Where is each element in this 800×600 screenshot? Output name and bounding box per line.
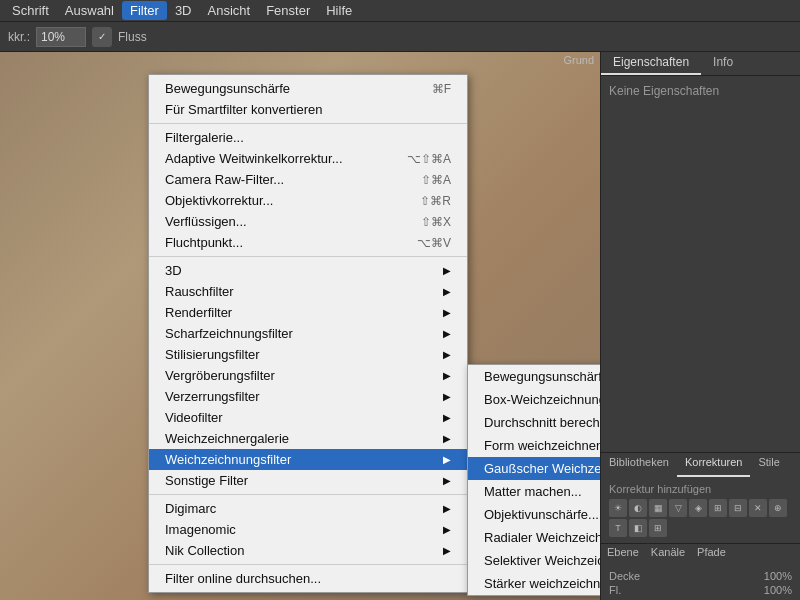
panel-section-korrekturen: Bibliotheken Korrekturen Stile Korrektur… bbox=[601, 452, 800, 543]
filter-menu-objektivkorrektur[interactable]: Objektivkorrektur... ⇧⌘R bbox=[149, 190, 467, 211]
corr-icon-11[interactable]: ◧ bbox=[629, 519, 647, 537]
panel-tabs: Eigenschaften Info bbox=[601, 52, 800, 76]
filter-menu-section-2: Filtergalerie... Adaptive Weitwinkelkorr… bbox=[149, 124, 467, 257]
filter-menu-3d[interactable]: 3D ▶ bbox=[149, 260, 467, 281]
submenu-box-weichzeichnung[interactable]: Box-Weichzeichnung... bbox=[468, 388, 600, 411]
filter-menu-nik-collection[interactable]: Nik Collection ▶ bbox=[149, 540, 467, 561]
corr-icon-8[interactable]: ✕ bbox=[749, 499, 767, 517]
tab-ebene[interactable]: Ebene bbox=[601, 544, 645, 566]
submenu-durchschnitt[interactable]: Durchschnitt berechnen bbox=[468, 411, 600, 434]
options-value-input[interactable] bbox=[36, 27, 86, 47]
submenu-form-weichzeichnen[interactable]: Form weichzeichnen... bbox=[468, 434, 600, 457]
corr-icon-7[interactable]: ⊟ bbox=[729, 499, 747, 517]
filter-menu-verzerrungsfilter[interactable]: Verzerrungsfilter ▶ bbox=[149, 386, 467, 407]
filter-menu-weichzeichnergalerie[interactable]: Weichzeichnergalerie ▶ bbox=[149, 428, 467, 449]
filter-menu-stilisierungsfilter[interactable]: Stilisierungsfilter ▶ bbox=[149, 344, 467, 365]
menu-auswahl[interactable]: Auswahl bbox=[57, 1, 122, 20]
submenu-radialer[interactable]: Radialer Weichzeichner... bbox=[468, 526, 600, 549]
submenu-staerker[interactable]: Stärker weichzeichnen bbox=[468, 572, 600, 595]
menu-schrift[interactable]: Schrift bbox=[4, 1, 57, 20]
filter-menu-verfluessigen[interactable]: Verflüssigen... ⇧⌘X bbox=[149, 211, 467, 232]
filter-menu-bewegungsunschaerfe[interactable]: Bewegungsunschärfe ⌘F bbox=[149, 78, 467, 99]
tab-stile[interactable]: Stile bbox=[750, 453, 787, 477]
menu-bar: Schrift Auswahl Filter 3D Ansicht Fenste… bbox=[0, 0, 800, 22]
bottom-panels: Ebene Kanäle Pfade Decke 100% Fl. 100% bbox=[601, 543, 800, 600]
corr-icon-5[interactable]: ◈ bbox=[689, 499, 707, 517]
opacity-value: 100% bbox=[764, 570, 792, 582]
filter-menu-vergroeberungsfilter[interactable]: Vergröberungsfilter ▶ bbox=[149, 365, 467, 386]
menu-ansicht[interactable]: Ansicht bbox=[200, 1, 259, 20]
main-area: Bewegungsunschärfe ⌘F Für Smartfilter ko… bbox=[0, 52, 800, 600]
options-fluss-label: Fluss bbox=[118, 30, 147, 44]
menu-filter[interactable]: Filter bbox=[122, 1, 167, 20]
filter-menu-filtergalerie[interactable]: Filtergalerie... bbox=[149, 127, 467, 148]
filter-menu-section-5: Filter online durchsuchen... bbox=[149, 565, 467, 592]
filter-menu-videofilter[interactable]: Videofilter ▶ bbox=[149, 407, 467, 428]
correction-section-content: Korrektur hinzufügen ☀ ◐ ▦ ▽ ◈ ⊞ ⊟ ✕ ⊕ T… bbox=[601, 477, 800, 543]
submenu-matter-machen[interactable]: Matter machen... bbox=[468, 480, 600, 503]
submenu-selektiver[interactable]: Selektiver Weichzeichner... bbox=[468, 549, 600, 572]
fill-value: 100% bbox=[764, 584, 792, 596]
right-panel: Eigenschaften Info Keine Eigenschaften B… bbox=[600, 52, 800, 600]
filter-menu-rauschfilter[interactable]: Rauschfilter ▶ bbox=[149, 281, 467, 302]
options-kkr-label: kkr.: bbox=[8, 30, 30, 44]
filter-menu-smartfilter[interactable]: Für Smartfilter konvertieren bbox=[149, 99, 467, 120]
panel-no-properties: Keine Eigenschaften bbox=[601, 76, 800, 106]
filter-menu-weichzeichnungsfilter[interactable]: Weichzeichnungsfilter ▶ bbox=[149, 449, 467, 470]
tab-info[interactable]: Info bbox=[701, 52, 745, 75]
corr-icon-6[interactable]: ⊞ bbox=[709, 499, 727, 517]
tab-pfade[interactable]: Pfade bbox=[691, 544, 732, 566]
opacity-label: Decke bbox=[609, 570, 640, 582]
filter-menu-imagenomic[interactable]: Imagenomic ▶ bbox=[149, 519, 467, 540]
corr-icon-4[interactable]: ▽ bbox=[669, 499, 687, 517]
menu-3d[interactable]: 3D bbox=[167, 1, 200, 20]
canvas-area: Bewegungsunschärfe ⌘F Für Smartfilter ko… bbox=[0, 52, 600, 600]
filter-menu-section-1: Bewegungsunschärfe ⌘F Für Smartfilter ko… bbox=[149, 75, 467, 124]
filter-menu-section-3: 3D ▶ Rauschfilter ▶ Renderfilter ▶ Schar… bbox=[149, 257, 467, 495]
filter-menu-cameraraw[interactable]: Camera Raw-Filter... ⇧⌘A bbox=[149, 169, 467, 190]
filter-menu-digimarc[interactable]: Digimarc ▶ bbox=[149, 498, 467, 519]
section-tabs: Bibliotheken Korrekturen Stile bbox=[601, 453, 800, 477]
menu-fenster[interactable]: Fenster bbox=[258, 1, 318, 20]
filter-menu-fluchtpunkt[interactable]: Fluchtpunkt... ⌥⌘V bbox=[149, 232, 467, 253]
fill-label: Fl. bbox=[609, 584, 621, 596]
menu-hilfe[interactable]: Hilfe bbox=[318, 1, 360, 20]
filter-menu-scharfzeichnungsfilter[interactable]: Scharfzeichnungsfilter ▶ bbox=[149, 323, 467, 344]
corr-icon-2[interactable]: ◐ bbox=[629, 499, 647, 517]
tab-kanaele[interactable]: Kanäle bbox=[645, 544, 691, 566]
weichzeichnungsfilter-submenu[interactable]: Bewegungsunschärfe... Box-Weichzeichnung… bbox=[467, 364, 600, 596]
correction-icons: ☀ ◐ ▦ ▽ ◈ ⊞ ⊟ ✕ ⊕ bbox=[609, 499, 792, 517]
submenu-objektivunschaerfe[interactable]: Objektivunschärfe... bbox=[468, 503, 600, 526]
correction-hinzufuegen-label: Korrektur hinzufügen bbox=[609, 483, 792, 495]
filter-menu[interactable]: Bewegungsunschärfe ⌘F Für Smartfilter ko… bbox=[148, 74, 468, 593]
corr-icon-12[interactable]: ⊞ bbox=[649, 519, 667, 537]
corr-icon-10[interactable]: T bbox=[609, 519, 627, 537]
top-right-grund-label: Grund bbox=[557, 52, 600, 68]
filter-menu-section-4: Digimarc ▶ Imagenomic ▶ Nik Collection ▶ bbox=[149, 495, 467, 565]
filter-menu-sonstige[interactable]: Sonstige Filter ▶ bbox=[149, 470, 467, 491]
filter-menu-adaptive[interactable]: Adaptive Weitwinkelkorrektur... ⌥⇧⌘A bbox=[149, 148, 467, 169]
filter-menu-renderfilter[interactable]: Renderfilter ▶ bbox=[149, 302, 467, 323]
filter-menu-online[interactable]: Filter online durchsuchen... bbox=[149, 568, 467, 589]
options-bar: kkr.: ✓ Fluss bbox=[0, 22, 800, 52]
submenu-bewegungsunschaerfe[interactable]: Bewegungsunschärfe... bbox=[468, 365, 600, 388]
tab-eigenschaften[interactable]: Eigenschaften bbox=[601, 52, 701, 75]
corr-icon-1[interactable]: ☀ bbox=[609, 499, 627, 517]
corr-icon-3[interactable]: ▦ bbox=[649, 499, 667, 517]
bottom-panel-content: Decke 100% Fl. 100% bbox=[601, 566, 800, 600]
corr-icon-9[interactable]: ⊕ bbox=[769, 499, 787, 517]
tab-korrekturen[interactable]: Korrekturen bbox=[677, 453, 750, 477]
options-icon-brush: ✓ bbox=[92, 27, 112, 47]
submenu-gausscher[interactable]: Gaußscher Weichzeichner... bbox=[468, 457, 600, 480]
tab-bibliotheken[interactable]: Bibliotheken bbox=[601, 453, 677, 477]
bottom-panel-tabs: Ebene Kanäle Pfade bbox=[601, 544, 800, 566]
